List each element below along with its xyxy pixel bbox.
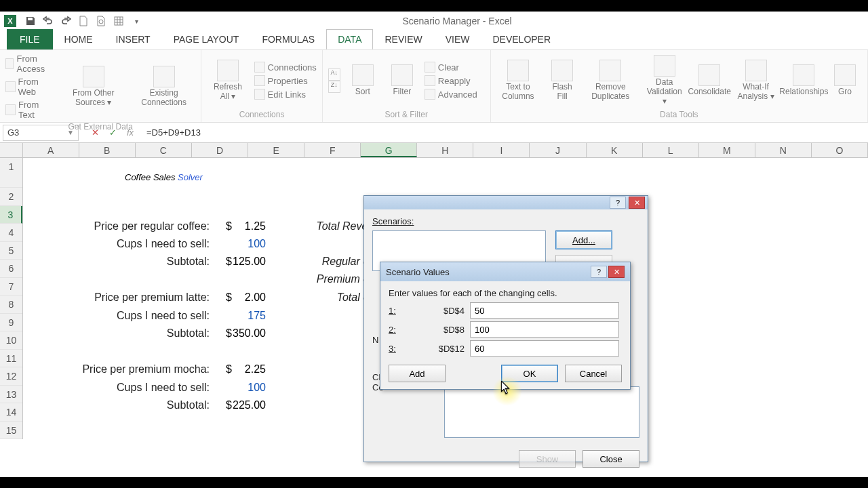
sv-input-3[interactable] (470, 340, 619, 357)
sv-add-button[interactable]: Add (389, 365, 446, 382)
sv-cancel-button[interactable]: Cancel (565, 365, 622, 382)
sm-add-button[interactable]: Add... (555, 230, 612, 249)
qat-customize[interactable]: ▾ (127, 13, 145, 29)
col-header-C[interactable]: C (136, 143, 192, 157)
qat-undo[interactable] (39, 13, 57, 29)
btn-consolidate[interactable]: Consolidate (692, 63, 726, 98)
btn-refresh-all[interactable]: Refresh All ▾ (207, 58, 248, 103)
btn-other-sources[interactable]: From Other Sources ▾ (60, 64, 127, 109)
sm-close-button[interactable]: Close (583, 450, 639, 468)
group-connections: Connections (207, 108, 316, 119)
val-d12: 100 (225, 382, 266, 394)
sv-input-2[interactable] (470, 321, 619, 338)
btn-relationships[interactable]: Relationships (785, 63, 823, 98)
row-header-11[interactable]: 11 (0, 350, 22, 368)
qat-table[interactable] (110, 13, 127, 29)
col-header-H[interactable]: H (417, 143, 473, 157)
col-header-F[interactable]: F (304, 143, 361, 157)
row-header-6[interactable]: 6 (0, 260, 22, 278)
row-header-14[interactable]: 14 (0, 403, 22, 422)
btn-text-to-columns[interactable]: Text to Columns (496, 58, 540, 103)
btn-reapply[interactable]: Reapply (425, 75, 477, 87)
row-header-8[interactable]: 8 (0, 296, 22, 314)
col-header-D[interactable]: D (192, 143, 248, 157)
row-header-2[interactable]: 2 (0, 188, 22, 206)
row-header-12[interactable]: 12 (0, 367, 22, 386)
tab-file[interactable]: FILE (7, 29, 53, 49)
scenario-values-dialog[interactable]: Scenario Values ? ✕ Enter values for eac… (380, 262, 631, 390)
svg-point-0 (99, 20, 103, 24)
btn-from-access[interactable]: From Access (5, 53, 55, 75)
col-header-O[interactable]: O (812, 143, 868, 157)
tab-developer[interactable]: DEVELOPER (481, 29, 562, 49)
qat-redo[interactable] (57, 13, 75, 29)
row-header-10[interactable]: 10 (0, 331, 22, 350)
row-header-4[interactable]: 4 (0, 224, 22, 242)
window-title: Scenario Manager - Excel (145, 16, 769, 26)
sm-help-icon[interactable]: ? (610, 197, 626, 209)
tab-formulas[interactable]: FORMULAS (250, 29, 326, 49)
val-d11: 2.25 (225, 363, 266, 375)
col-header-M[interactable]: M (699, 143, 755, 157)
btn-properties[interactable]: Properties (254, 75, 317, 87)
btn-remove-dup[interactable]: Remove Duplicates (585, 58, 636, 103)
qat-preview[interactable] (92, 13, 110, 29)
sm-show-button[interactable]: Show (519, 450, 576, 468)
qat-save[interactable] (22, 13, 39, 29)
btn-from-web[interactable]: From Web (5, 76, 55, 98)
col-header-N[interactable]: N (755, 143, 812, 157)
col-header-G[interactable]: G (361, 143, 417, 157)
col-header-E[interactable]: E (248, 143, 304, 157)
sv-input-1[interactable] (470, 302, 619, 319)
sv-help-icon[interactable]: ? (591, 266, 607, 278)
sm-comment-box[interactable] (444, 386, 639, 438)
btn-data-validation[interactable]: Data Validation ▾ (642, 54, 687, 107)
qat-new[interactable] (75, 13, 92, 29)
col-header-I[interactable]: I (473, 143, 530, 157)
row-header-3[interactable]: 3 (0, 206, 22, 224)
sv-close-icon[interactable]: ✕ (608, 266, 625, 278)
row-header-15[interactable]: 15 (0, 422, 22, 440)
val-d8: 175 (225, 310, 266, 322)
formula-bar[interactable]: =D5+D9+D13 (144, 125, 868, 141)
col-header-L[interactable]: L (643, 143, 699, 157)
col-header-B[interactable]: B (79, 143, 136, 157)
col-header-J[interactable]: J (530, 143, 586, 157)
col-header-A[interactable]: A (23, 143, 79, 157)
row-header-9[interactable]: 9 (0, 314, 22, 332)
tab-data[interactable]: DATA (326, 29, 373, 49)
sv-row-3: 3: $D$12 (389, 340, 622, 357)
row-header-7[interactable]: 7 (0, 278, 22, 296)
col-header-K[interactable]: K (587, 143, 643, 157)
tab-page-layout[interactable]: PAGE LAYOUT (162, 29, 251, 49)
btn-connections[interactable]: Connections (254, 61, 317, 73)
row-header-1[interactable]: 1 (0, 158, 22, 188)
ribbon-tabs: FILE HOME INSERT PAGE LAYOUT FORMULAS DA… (0, 30, 868, 49)
sv-ok-button[interactable]: OK (501, 365, 558, 382)
btn-from-text[interactable]: From Text (5, 99, 55, 121)
tab-home[interactable]: HOME (53, 29, 104, 49)
lbl-price-mocha: Price per premium mocha: (40, 363, 210, 375)
btn-sort[interactable]: Sort (346, 63, 380, 98)
val-d9: 350.00 (225, 327, 266, 340)
sv-titlebar[interactable]: Scenario Values ? ✕ (380, 262, 630, 281)
row-header-5[interactable]: 5 (0, 242, 22, 260)
tab-review[interactable]: REVIEW (373, 29, 433, 49)
btn-existing-conn[interactable]: Existing Connections (132, 64, 196, 109)
btn-clear[interactable]: Clear (425, 61, 477, 73)
sv-ref-1: $D$4 (403, 306, 465, 316)
btn-edit-links[interactable]: Edit Links (254, 88, 317, 100)
btn-whatif[interactable]: What-If Analysis ▾ (732, 58, 780, 103)
btn-advanced[interactable]: Advanced (425, 88, 477, 100)
select-all-corner[interactable] (0, 143, 23, 157)
sm-close-icon[interactable]: ✕ (629, 197, 645, 209)
tab-insert[interactable]: INSERT (104, 29, 162, 49)
btn-flash-fill[interactable]: Flash Fill (545, 58, 579, 103)
row-header-13[interactable]: 13 (0, 386, 22, 404)
btn-group[interactable]: Gro (828, 63, 862, 98)
btn-filter[interactable]: Filter (385, 63, 419, 98)
group-data-tools: Data Tools (496, 108, 862, 119)
val-d4: 100 (225, 238, 266, 250)
tab-view[interactable]: VIEW (434, 29, 481, 49)
row-headers: 123456789101112131415 (0, 158, 23, 439)
